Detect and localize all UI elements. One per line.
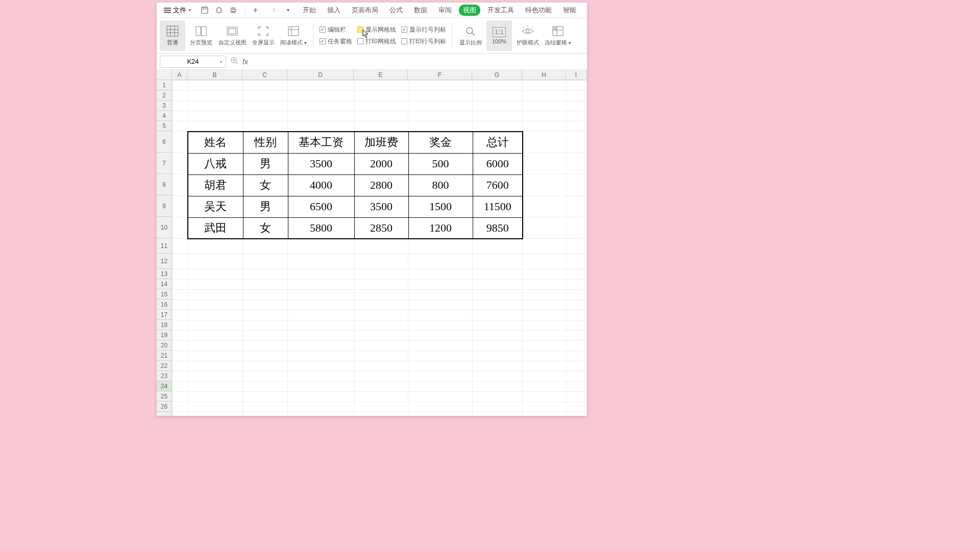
table-cell[interactable]: 9850 <box>473 217 523 239</box>
row-header-13[interactable]: 13 <box>157 269 172 279</box>
tab-审阅[interactable]: 审阅 <box>434 5 456 16</box>
tab-视图[interactable]: 视图 <box>459 5 480 16</box>
name-box[interactable]: K24 ▾ <box>160 56 226 68</box>
column-header-D[interactable]: D <box>287 70 354 80</box>
row-header-12[interactable]: 12 <box>157 254 172 269</box>
row-header-16[interactable]: 16 <box>157 299 172 310</box>
table-cell[interactable]: 吴天 <box>188 196 243 217</box>
column-header-C[interactable]: C <box>242 70 287 80</box>
tab-开始[interactable]: 开始 <box>299 5 320 16</box>
row-header-7[interactable]: 7 <box>157 153 172 174</box>
table-cell[interactable]: 男 <box>243 153 288 174</box>
column-header-A[interactable]: A <box>172 70 187 80</box>
table-cell[interactable]: 2850 <box>354 217 408 239</box>
table-cell[interactable]: 500 <box>408 153 473 174</box>
row-header-11[interactable]: 11 <box>157 238 172 254</box>
table-cell[interactable]: 女 <box>243 174 288 196</box>
tab-开发工具[interactable]: 开发工具 <box>483 5 518 16</box>
zoom-100-button[interactable]: 1:1 100% <box>486 20 512 51</box>
show-headings-checkbox[interactable]: 显示行号列标 <box>401 26 446 34</box>
table-cell[interactable]: 1500 <box>408 196 473 217</box>
row-header-2[interactable]: 2 <box>157 90 172 101</box>
formula-bar-checkbox[interactable]: 编辑栏 <box>320 26 352 34</box>
column-header-H[interactable]: H <box>522 70 566 80</box>
freeze-panes-button[interactable]: 冻结窗格 ▾ <box>544 20 572 51</box>
column-header-E[interactable]: E <box>354 70 408 80</box>
column-header-G[interactable]: G <box>472 70 522 80</box>
eyecare-button[interactable]: 护眼模式 <box>515 20 541 51</box>
row-header-19[interactable]: 19 <box>157 330 172 340</box>
row-header-24[interactable]: 24 <box>157 381 172 391</box>
formula-input[interactable] <box>252 56 584 68</box>
row-header-18[interactable]: 18 <box>157 320 172 330</box>
table-cell[interactable]: 7600 <box>473 174 523 196</box>
print-headings-checkbox[interactable]: 打印行号列标 <box>401 37 446 46</box>
row-header-9[interactable]: 9 <box>157 195 172 217</box>
row-header-3[interactable]: 3 <box>157 101 172 111</box>
redo-icon[interactable] <box>267 6 276 15</box>
table-cell[interactable]: 3500 <box>354 196 408 217</box>
view-pagebreak-button[interactable]: 分页预览 <box>188 20 214 51</box>
table-header[interactable]: 加班费 <box>354 132 408 153</box>
read-mode-button[interactable]: 阅读模式 ▾ <box>279 20 308 51</box>
table-header[interactable]: 性别 <box>243 132 288 153</box>
table-cell[interactable]: 11500 <box>473 196 523 217</box>
print-gridlines-checkbox[interactable]: 打印网格线 <box>357 37 396 46</box>
row-header-20[interactable]: 20 <box>157 340 172 350</box>
row-header-6[interactable]: 6 <box>157 131 172 153</box>
qat-dropdown-icon[interactable]: ▾ <box>283 6 292 15</box>
row-header-10[interactable]: 10 <box>157 217 172 238</box>
table-cell[interactable]: 2000 <box>354 153 408 174</box>
view-normal-button[interactable]: 普通 <box>160 20 185 51</box>
table-cell[interactable]: 胡君 <box>188 174 243 196</box>
tab-特色功能[interactable]: 特色功能 <box>521 5 556 16</box>
table-cell[interactable]: 4000 <box>288 174 354 196</box>
table-cell[interactable]: 800 <box>408 174 473 196</box>
column-header-B[interactable]: B <box>187 70 242 80</box>
insert-function-icon[interactable] <box>230 57 238 67</box>
save-icon[interactable] <box>200 6 209 15</box>
row-header-25[interactable]: 25 <box>157 391 172 402</box>
table-cell[interactable]: 女 <box>243 217 288 239</box>
table-header[interactable]: 奖金 <box>408 132 473 153</box>
refresh-icon[interactable] <box>214 6 224 15</box>
task-pane-checkbox[interactable]: 任务窗格 <box>320 37 352 46</box>
undo-icon[interactable] <box>253 6 262 15</box>
file-menu[interactable]: 文件 ▾ <box>160 5 195 16</box>
table-cell[interactable]: 6000 <box>473 153 523 174</box>
table-header[interactable]: 总计 <box>473 132 523 153</box>
table-cell[interactable]: 6500 <box>288 196 354 217</box>
table-cell[interactable]: 男 <box>243 196 288 217</box>
row-header-17[interactable]: 17 <box>157 310 172 320</box>
table-cell[interactable]: 八戒 <box>188 153 243 174</box>
table-cell[interactable]: 3500 <box>288 153 354 174</box>
column-header-F[interactable]: F <box>408 70 472 80</box>
tab-插入[interactable]: 插入 <box>323 5 345 16</box>
print-icon[interactable] <box>229 6 238 15</box>
table-header[interactable]: 基本工资 <box>288 132 354 153</box>
row-header-5[interactable]: 5 <box>157 121 172 131</box>
show-gridlines-checkbox[interactable]: 显示网格线 <box>357 26 396 34</box>
zoom-button[interactable]: 显示比例 <box>458 20 483 51</box>
table-cell[interactable]: 1200 <box>408 217 473 239</box>
cells-area[interactable]: 姓名性别基本工资加班费奖金总计八戒男350020005006000胡君女4000… <box>172 80 587 416</box>
row-header-22[interactable]: 22 <box>157 361 172 371</box>
row-header-26[interactable]: 26 <box>157 402 172 412</box>
row-header-15[interactable]: 15 <box>157 289 172 299</box>
row-header-21[interactable]: 21 <box>157 350 172 361</box>
tab-数据[interactable]: 数据 <box>410 5 431 16</box>
row-header-23[interactable]: 23 <box>157 371 172 381</box>
table-cell[interactable]: 5800 <box>288 217 354 239</box>
row-header-4[interactable]: 4 <box>157 111 172 121</box>
fullscreen-button[interactable]: 全屏显示 <box>251 20 276 51</box>
table-cell[interactable]: 武田 <box>188 217 243 239</box>
table-cell[interactable]: 2800 <box>354 174 408 196</box>
tab-页面布局[interactable]: 页面布局 <box>348 5 382 16</box>
column-header-I[interactable]: I <box>566 70 586 80</box>
row-header-8[interactable]: 8 <box>157 174 172 195</box>
custom-view-button[interactable]: 自定义视图 <box>217 20 248 51</box>
row-header-14[interactable]: 14 <box>157 279 172 289</box>
row-header-1[interactable]: 1 <box>157 80 172 90</box>
table-header[interactable]: 姓名 <box>188 132 243 153</box>
tab-智能[interactable]: 智能 <box>559 5 580 16</box>
